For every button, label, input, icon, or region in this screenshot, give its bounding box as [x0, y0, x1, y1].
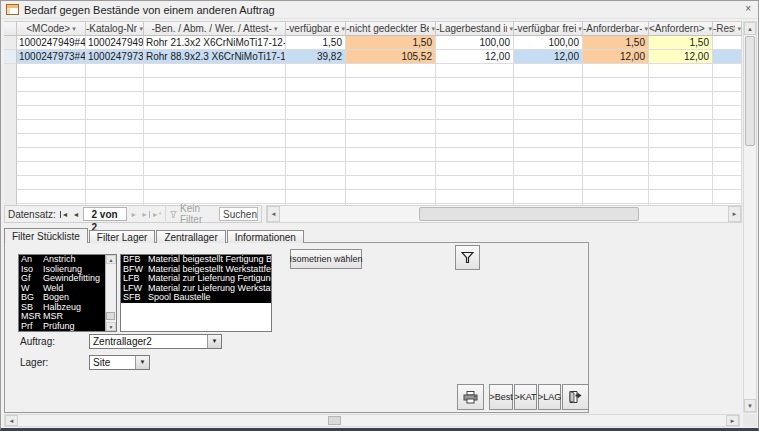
- col-header-verfuegbar-eig[interactable]: -verfügbar eig▾: [286, 22, 346, 36]
- dropdown-arrow-icon[interactable]: ▾: [274, 22, 278, 35]
- previous-record-button[interactable]: ◄: [71, 211, 80, 218]
- form-horizontal-scrollbar[interactable]: ◄ ►: [4, 414, 740, 427]
- last-record-button[interactable]: ►: [140, 211, 149, 218]
- list-item[interactable]: LFWMaterial zur Lieferung Werkstattferti…: [121, 284, 271, 294]
- search-input[interactable]: Suchen: [219, 207, 258, 221]
- new-record-button[interactable]: ►*: [152, 211, 162, 218]
- scroll-down-icon[interactable]: ▼: [106, 322, 116, 331]
- cell-lagerbestand[interactable]: 100,00: [436, 36, 514, 50]
- chevron-down-icon[interactable]: ▼: [135, 356, 149, 369]
- kat-button[interactable]: >KAT: [514, 384, 537, 410]
- scroll-down-icon[interactable]: ▼: [744, 399, 756, 412]
- cell-lagerbestand[interactable]: 12,00: [436, 50, 514, 64]
- scroll-up-icon[interactable]: ▲: [106, 255, 116, 264]
- tab-zentrallager[interactable]: Zentrallager: [156, 230, 225, 243]
- dropdown-arrow-icon[interactable]: ▾: [341, 22, 345, 35]
- dropdown-arrow-icon[interactable]: ▾: [509, 22, 513, 35]
- titlebar: Bedarf gegen Bestände von einem anderen …: [1, 1, 758, 19]
- col-header-anforderbar[interactable]: -Anforderbar- '▾: [583, 22, 649, 36]
- col-header-restbestand[interactable]: -Restbe▾: [713, 22, 742, 36]
- lag-button[interactable]: >LAG: [538, 384, 561, 410]
- col-header-benennung[interactable]: -Ben. / Abm. / Wer. / Attest-▾: [144, 22, 286, 36]
- cell-mcode[interactable]: 1000247973#43: [17, 50, 86, 64]
- table-row: 1000247949#43 1000247949 Rohr 21.3x2 X6C…: [4, 36, 742, 50]
- cell-restbestand[interactable]: [713, 36, 742, 50]
- cell-benennung[interactable]: Rohr 88.9x2.3 X6CrNiMoTi17-12-2 E: [144, 50, 286, 64]
- cell-benennung[interactable]: Rohr 21.3x2 X6CrNiMoTi17-12-2 EN: [144, 36, 286, 50]
- filter-funnel-icon: [170, 210, 177, 219]
- dropdown-arrow-icon[interactable]: ▾: [139, 22, 143, 35]
- cell-mcode[interactable]: 1000247949#43: [17, 36, 86, 50]
- cell-anfordern[interactable]: 1,50: [649, 36, 713, 50]
- record-selector[interactable]: [4, 36, 17, 50]
- first-record-button[interactable]: ◄: [60, 211, 69, 218]
- col-header-nicht-gedeckter-bedarf[interactable]: -nicht gedeckter Bedarf-▾: [346, 22, 436, 36]
- list-item[interactable]: GfGewindefitting: [19, 274, 105, 284]
- dropdown-arrow-icon[interactable]: ▾: [644, 22, 648, 35]
- cell-anforderbar[interactable]: 1,50: [583, 36, 649, 50]
- scroll-right-icon[interactable]: ►: [728, 206, 741, 222]
- cell-verfuegbar-eig[interactable]: 39,82: [286, 50, 346, 64]
- tab-filter-lager[interactable]: Filter Lager: [89, 230, 156, 243]
- col-header-katalog[interactable]: -Katalog-Nr-▾: [86, 22, 144, 36]
- close-icon[interactable]: ×: [745, 3, 751, 14]
- chevron-down-icon[interactable]: ▼: [207, 335, 221, 348]
- apply-filter-button[interactable]: [455, 245, 480, 270]
- lager-combobox[interactable]: Site ▼: [89, 355, 150, 370]
- material-category-listbox[interactable]: BFBMaterial beigestellt Fertigung Bauste…: [120, 254, 272, 332]
- cell-restbestand[interactable]: [713, 50, 742, 64]
- scroll-left-icon[interactable]: ◄: [267, 206, 280, 222]
- record-position[interactable]: 2 von 2: [83, 207, 128, 221]
- select-all-corner[interactable]: [4, 22, 17, 36]
- list-item[interactable]: IsoIsolierung: [19, 265, 105, 275]
- scrollbar-thumb[interactable]: [745, 36, 755, 146]
- cell-anforderbar[interactable]: 12,00: [583, 50, 649, 64]
- scroll-right-icon[interactable]: ►: [726, 415, 739, 426]
- scrollbar-thumb[interactable]: [419, 207, 639, 221]
- list-item[interactable]: BGBogen: [19, 293, 105, 303]
- scroll-up-icon[interactable]: ▲: [744, 22, 756, 35]
- list-item[interactable]: AnAnstrich: [19, 255, 105, 265]
- cell-katalog[interactable]: 1000247973: [86, 50, 144, 64]
- col-header-anfordern[interactable]: <Anfordern> '▾: [649, 22, 713, 36]
- bom-type-listbox[interactable]: AnAnstrich IsoIsolierung GfGewindefittin…: [18, 254, 117, 332]
- dropdown-arrow-icon[interactable]: ▾: [72, 22, 76, 35]
- form-vertical-scrollbar[interactable]: ▲ ▼: [743, 21, 757, 413]
- list-item[interactable]: BFBMaterial beigestellt Fertigung Bauste…: [121, 255, 271, 265]
- list-item[interactable]: WWeld: [19, 284, 105, 294]
- cell-verfuegbar-frei[interactable]: 100,00: [514, 36, 583, 50]
- cell-verfuegbar-frei[interactable]: 12,00: [514, 50, 583, 64]
- auftrag-combobox[interactable]: Zentrallager2 ▼: [89, 334, 222, 349]
- list-item[interactable]: LFBMaterial zur Lieferung Fertigung Baus…: [121, 274, 271, 284]
- list-item[interactable]: SFBSpool Baustelle: [121, 293, 271, 303]
- exit-button[interactable]: [562, 384, 589, 410]
- dropdown-arrow-icon[interactable]: ▾: [737, 22, 741, 35]
- scroll-left-icon[interactable]: ◄: [5, 415, 18, 426]
- list-item[interactable]: PrfPrüfung: [19, 322, 105, 332]
- grid-horizontal-scrollbar[interactable]: ◄ ►: [266, 205, 742, 223]
- col-header-lagerbestand[interactable]: -Lagerbestand im frei▾: [436, 22, 514, 36]
- tab-filter-stueckliste[interactable]: Filter Stückliste: [4, 228, 88, 243]
- cell-nicht-gedeckt[interactable]: 1,50: [346, 36, 436, 50]
- list-item[interactable]: MSRMSR: [19, 312, 105, 322]
- scrollbar-thumb[interactable]: [328, 416, 341, 425]
- best-button[interactable]: >Best: [489, 384, 513, 410]
- list-item[interactable]: SBHalbzeug: [19, 303, 105, 313]
- cell-katalog[interactable]: 1000247949: [86, 36, 144, 50]
- tab-informationen[interactable]: Informationen: [227, 230, 304, 243]
- dropdown-arrow-icon[interactable]: ▾: [431, 22, 435, 35]
- dropdown-arrow-icon[interactable]: ▾: [708, 22, 712, 35]
- dropdown-arrow-icon[interactable]: ▾: [578, 22, 582, 35]
- list-item[interactable]: BFWMaterial beigestellt Werkstattfertigu…: [121, 265, 271, 275]
- no-filter-button[interactable]: Kein Filter: [170, 203, 214, 225]
- col-header-verfuegbar-frei[interactable]: -verfügbar frei▾: [514, 22, 583, 36]
- print-button[interactable]: [457, 384, 484, 410]
- isometrien-waehlen-button[interactable]: Isometrien wählen: [290, 249, 362, 269]
- record-selector[interactable]: [4, 50, 17, 64]
- scrollbar-thumb[interactable]: [106, 312, 115, 320]
- cell-verfuegbar-eig[interactable]: 1,50: [286, 36, 346, 50]
- next-record-button[interactable]: ►: [129, 211, 138, 218]
- cell-anfordern[interactable]: 12,00: [649, 50, 713, 64]
- cell-nicht-gedeckt[interactable]: 105,52: [346, 50, 436, 64]
- col-header-mcode[interactable]: <MCode>▾: [17, 22, 86, 36]
